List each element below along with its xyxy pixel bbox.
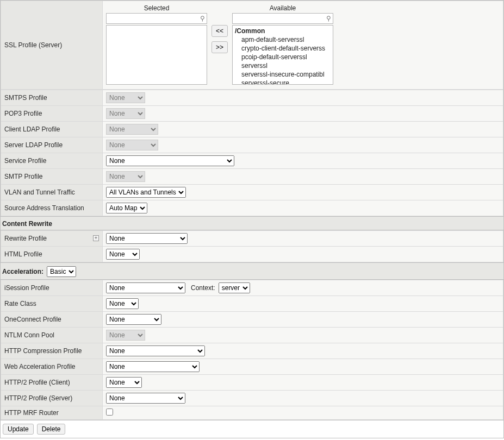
http-mrf-router-label: HTTP MRF Router — [4, 409, 59, 417]
http-mrf-router-checkbox[interactable] — [106, 408, 113, 416]
move-left-button[interactable]: << — [211, 25, 228, 37]
acceleration-header: Acceleration: — [2, 268, 43, 275]
http2-client-profile-select[interactable]: None — [106, 377, 142, 388]
rate-class-label: Rate Class — [4, 300, 36, 307]
html-profile-label: HTML Profile — [4, 250, 42, 258]
source-address-translation-label: Source Address Translation — [4, 204, 84, 212]
smtp-profile-label: SMTP Profile — [4, 173, 42, 180]
oneconnect-profile-label: OneConnect Profile — [4, 316, 61, 323]
selected-listbox[interactable] — [106, 25, 207, 85]
selected-header: Selected — [144, 4, 170, 12]
html-profile-select[interactable]: None — [106, 249, 140, 260]
pop3-profile-label: POP3 Profile — [4, 110, 42, 117]
selected-filter-input[interactable] — [106, 13, 207, 24]
http-compression-profile-select[interactable]: None — [106, 345, 205, 356]
available-listbox[interactable]: /Commonapm-default-serversslcrypto-clien… — [232, 25, 333, 85]
isession-profile-select[interactable]: None — [106, 282, 185, 293]
available-filter-input[interactable] — [232, 13, 333, 24]
service-profile-label: Service Profile — [4, 157, 46, 165]
web-acceleration-profile-select[interactable]: None — [106, 361, 200, 372]
available-item[interactable]: crypto-client-default-serverss — [233, 44, 333, 53]
smtps-profile-select: None — [106, 92, 145, 103]
rewrite-profile-label: Rewrite Profile — [4, 235, 47, 242]
server-ldap-profile-select: None — [106, 140, 158, 150]
client-ldap-profile-select: None — [106, 124, 158, 135]
available-group: /Common — [233, 27, 333, 35]
service-profile-select[interactable]: None — [106, 155, 234, 166]
client-ldap-profile-label: Client LDAP Profile — [4, 125, 60, 133]
http-compression-profile-label: HTTP Compression Profile — [4, 347, 82, 355]
vlan-tunnel-traffic-select[interactable]: All VLANs and Tunnels — [106, 187, 186, 198]
http2-client-profile-label: HTTP/2 Profile (Client) — [4, 379, 70, 386]
available-item[interactable]: serverssl-insecure-compatibl — [233, 70, 333, 79]
delete-button[interactable]: Delete — [37, 424, 66, 435]
ntlm-conn-pool-select: None — [106, 330, 145, 341]
move-right-button[interactable]: >> — [211, 41, 228, 53]
rewrite-profile-select[interactable]: None — [106, 233, 188, 244]
vlan-tunnel-traffic-label: VLAN and Tunnel Traffic — [4, 188, 75, 196]
content-rewrite-header: Content Rewrite — [2, 220, 52, 228]
rate-class-select[interactable]: None — [106, 298, 139, 309]
source-address-translation-select[interactable]: Auto Map — [106, 203, 147, 213]
available-item[interactable]: serverssl-secure — [233, 79, 333, 85]
web-acceleration-profile-label: Web Acceleration Profile — [4, 363, 76, 370]
ssl-server-dual-list: Selected ⚲ << >> Available — [106, 3, 500, 87]
http2-server-profile-select[interactable]: None — [106, 393, 185, 404]
server-ldap-profile-label: Server LDAP Profile — [4, 141, 63, 149]
ntlm-conn-pool-label: NTLM Conn Pool — [4, 331, 54, 339]
available-item[interactable]: apm-default-serverssl — [233, 35, 333, 44]
available-item[interactable]: serverssl — [233, 61, 333, 70]
available-item[interactable]: pcoip-default-serverssl — [233, 53, 333, 61]
oneconnect-profile-select[interactable]: None — [106, 314, 161, 325]
ssl-server-profile-label: SSL Profile (Server) — [1, 1, 103, 90]
isession-context-label: Context: — [191, 284, 215, 292]
acceleration-mode-select[interactable]: Basic — [47, 266, 76, 277]
smtps-profile-label: SMTPS Profile — [4, 94, 47, 102]
add-rewrite-profile-icon[interactable]: + — [93, 235, 99, 241]
http2-server-profile-label: HTTP/2 Profile (Server) — [4, 394, 72, 402]
update-button[interactable]: Update — [3, 424, 34, 435]
isession-context-select[interactable]: server — [219, 282, 250, 293]
smtp-profile-select: None — [106, 171, 145, 182]
pop3-profile-select: None — [106, 108, 145, 119]
isession-profile-label: iSession Profile — [4, 284, 49, 292]
available-header: Available — [270, 4, 296, 12]
